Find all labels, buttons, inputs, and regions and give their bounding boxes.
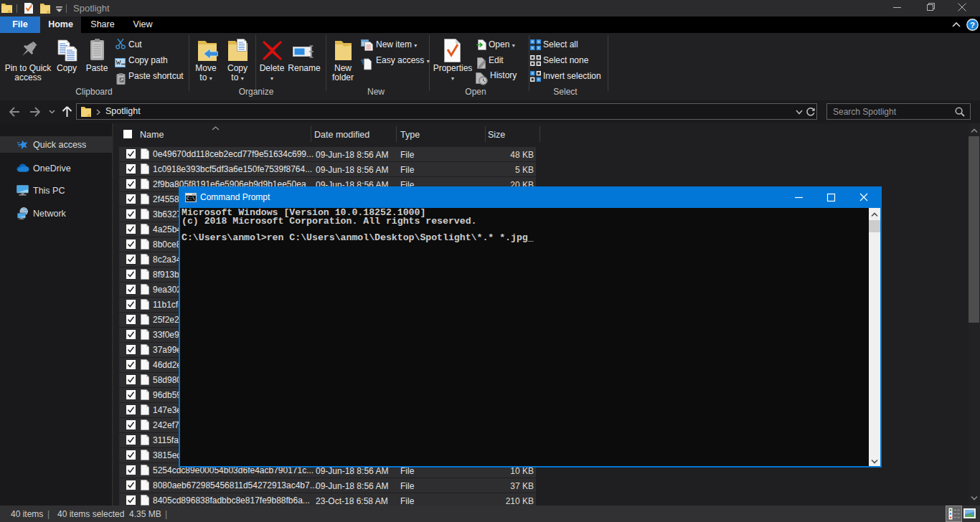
svg-text:?: ? (970, 21, 975, 29)
svg-text:C:\_: C:\_ (187, 196, 197, 201)
